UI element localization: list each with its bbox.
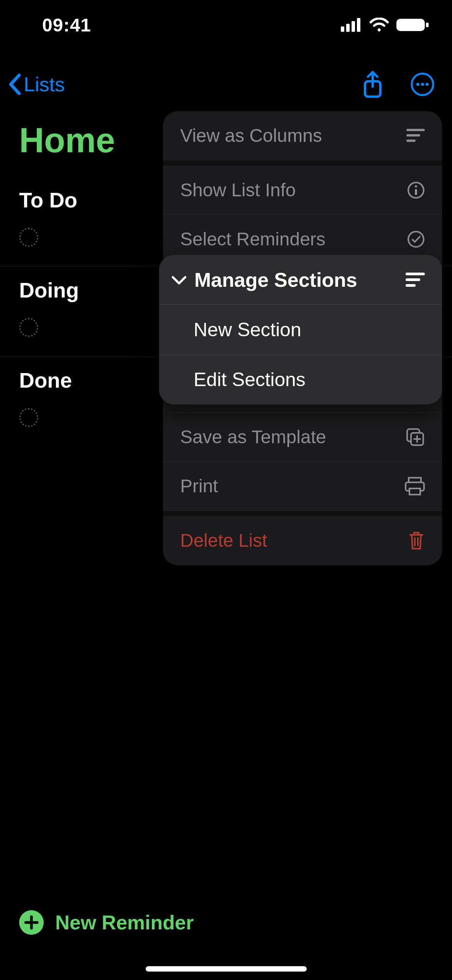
svg-rect-2 <box>352 21 355 32</box>
svg-point-8 <box>416 83 419 86</box>
svg-rect-23 <box>409 488 420 495</box>
submenu-header[interactable]: Manage Sections <box>159 255 442 305</box>
menu-delete-list[interactable]: Delete List <box>163 516 442 565</box>
chevron-left-icon <box>8 74 21 95</box>
nav-bar: Lists <box>0 65 452 104</box>
status-icons <box>341 17 429 33</box>
menu-print[interactable]: Print <box>163 462 442 511</box>
svg-rect-4 <box>396 19 425 31</box>
menu-save-template[interactable]: Save as Template <box>163 413 442 462</box>
svg-rect-12 <box>406 134 420 136</box>
printer-icon <box>405 477 425 495</box>
svg-rect-25 <box>406 278 420 281</box>
share-icon <box>362 71 383 98</box>
reminder-checkbox-placeholder <box>19 318 38 337</box>
wifi-icon <box>369 18 389 32</box>
trash-icon <box>408 531 425 550</box>
submenu-new-section[interactable]: New Section <box>159 305 442 355</box>
submenu-title: Manage Sections <box>194 268 357 291</box>
share-button[interactable] <box>362 71 383 98</box>
columns-icon <box>406 128 425 143</box>
battery-icon <box>396 17 429 33</box>
manage-sections-submenu: Manage Sections New Section Edit Section… <box>159 255 442 404</box>
menu-label: Delete List <box>180 530 267 551</box>
sections-icon <box>406 272 425 288</box>
checkmark-circle-icon <box>407 230 425 248</box>
status-time: 09:41 <box>42 15 91 36</box>
menu-label: Select Reminders <box>180 229 325 250</box>
status-bar: 09:41 <box>0 0 452 50</box>
more-button[interactable] <box>410 72 435 97</box>
back-label: Lists <box>24 73 65 96</box>
home-indicator <box>146 966 307 972</box>
svg-rect-0 <box>341 26 344 32</box>
list-title: Home <box>19 121 115 160</box>
cellular-icon <box>341 18 362 32</box>
menu-label: Save as Template <box>180 426 326 447</box>
nav-right <box>362 71 435 98</box>
new-reminder-button[interactable] <box>19 910 44 935</box>
chevron-down-icon <box>171 274 187 286</box>
svg-point-9 <box>421 83 424 86</box>
menu-label: Show List Info <box>180 179 296 201</box>
svg-rect-5 <box>426 23 429 27</box>
svg-rect-16 <box>415 189 417 195</box>
template-icon <box>406 428 425 447</box>
back-button[interactable]: Lists <box>8 73 65 96</box>
svg-rect-11 <box>406 129 425 131</box>
menu-label: Print <box>180 475 218 497</box>
svg-rect-26 <box>406 284 416 287</box>
svg-rect-3 <box>357 18 360 32</box>
submenu-item-label: Edit Sections <box>194 368 306 391</box>
new-reminder-label[interactable]: New Reminder <box>55 911 194 934</box>
reminder-checkbox-placeholder <box>19 408 38 427</box>
svg-rect-13 <box>406 140 416 142</box>
bottom-toolbar: New Reminder <box>0 899 452 945</box>
svg-rect-24 <box>406 273 425 275</box>
svg-point-17 <box>408 232 424 247</box>
reminder-checkbox-placeholder <box>19 228 38 247</box>
plus-icon <box>24 915 39 930</box>
submenu-item-label: New Section <box>194 319 301 341</box>
submenu-edit-sections[interactable]: Edit Sections <box>159 355 442 404</box>
svg-point-15 <box>415 185 417 187</box>
ellipsis-circle-icon <box>410 72 435 97</box>
info-icon <box>407 181 425 199</box>
svg-point-10 <box>426 83 429 86</box>
menu-label: View as Columns <box>180 125 322 146</box>
menu-show-list-info[interactable]: Show List Info <box>163 166 442 215</box>
svg-rect-1 <box>346 24 350 32</box>
menu-view-as-columns[interactable]: View as Columns <box>163 111 442 160</box>
